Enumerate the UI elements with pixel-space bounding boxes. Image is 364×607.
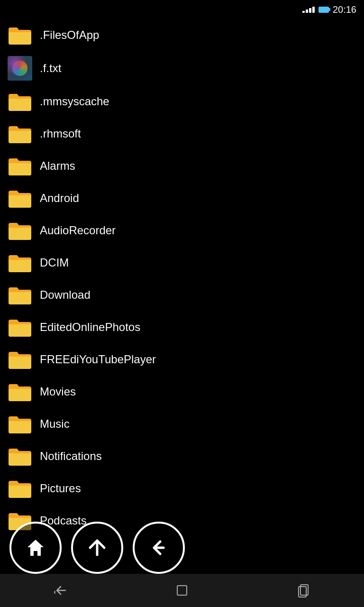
list-item[interactable]: .mmsyscache [0,85,364,118]
file-name: Movies [40,385,76,398]
file-icon [8,56,32,81]
folder-icon [8,285,32,305]
file-name: Music [40,417,70,431]
file-name: .f.txt [40,62,61,75]
up-icon [85,536,109,560]
file-name: Pictures [40,482,81,495]
list-item[interactable]: .f.txt [0,51,364,85]
file-name: Android [40,192,79,205]
bottom-home-icon [173,582,191,599]
folder-icon [8,349,32,370]
list-item[interactable]: Alarms [0,150,364,182]
file-name: DCIM [40,256,69,269]
list-item[interactable]: Movies [0,376,364,408]
file-name: Notifications [40,450,102,463]
list-item[interactable]: Music [0,408,364,440]
file-name: .rhmsoft [40,127,81,140]
file-name: EditedOnlinePhotos [40,321,140,334]
back-nav-icon [147,536,171,560]
list-item[interactable]: .rhmsoft [0,118,364,150]
back-nav-button[interactable] [133,522,185,574]
folder-icon [8,317,32,338]
folder-icon [8,478,32,499]
list-item[interactable]: Pictures [0,472,364,505]
list-item[interactable]: AudioRecorder [0,214,364,247]
bottom-back-icon [52,582,69,599]
folder-icon [8,156,32,176]
file-list: .FilesOfApp .f.txt .mmsyscache [0,19,364,545]
home-icon [24,536,47,560]
list-item[interactable]: EditedOnlinePhotos [0,311,364,343]
folder-icon [8,25,32,46]
file-name: AudioRecorder [40,224,116,237]
battery-icon [318,7,329,13]
list-item[interactable]: FREEdiYouTubePlayer [0,343,364,376]
bottom-home-button[interactable] [163,579,201,602]
file-name: .mmsyscache [40,95,109,108]
svg-rect-0 [177,586,187,595]
folder-icon [8,220,32,241]
list-item[interactable]: Android [0,182,364,214]
status-time: 20:16 [333,4,356,15]
file-name: .FilesOfApp [40,28,99,42]
file-name: FREEdiYouTubePlayer [40,353,156,366]
folder-icon [8,414,32,434]
status-bar: 20:16 [0,0,364,19]
folder-icon [8,381,32,402]
list-item[interactable]: DCIM [0,247,364,279]
bottom-recents-icon [295,582,312,599]
signal-icon [302,7,315,13]
nav-overlay [0,522,364,574]
list-item[interactable]: Notifications [0,440,364,472]
folder-icon [8,123,32,144]
up-button[interactable] [71,522,123,574]
bottom-recents-button[interactable] [284,579,322,602]
folder-icon [8,446,32,467]
bottom-navigation-bar [0,574,364,607]
folder-icon [8,188,32,209]
file-name: Alarms [40,159,75,173]
folder-icon [8,252,32,273]
list-item[interactable]: Download [0,279,364,311]
folder-icon [8,91,32,112]
file-name: Download [40,288,91,302]
bottom-back-button[interactable] [42,579,80,602]
home-button[interactable] [9,522,62,574]
list-item[interactable]: .FilesOfApp [0,19,364,51]
